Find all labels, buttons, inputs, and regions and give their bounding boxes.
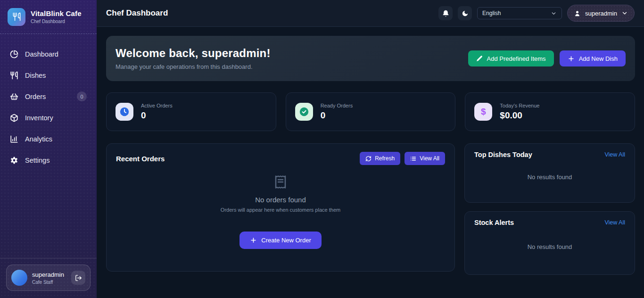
sidebar-item-label: Inventory: [25, 114, 53, 122]
create-new-order-label: Create New Order: [261, 237, 311, 244]
recent-orders-title: Recent Orders: [116, 155, 165, 163]
add-predefined-items-label: Add Predefined Items: [487, 55, 546, 62]
stock-alerts-view-all-link[interactable]: View All: [604, 219, 625, 226]
sidebar-item-label: Settings: [25, 157, 50, 164]
chevron-down-icon: [551, 10, 557, 17]
sidebar-item-dashboard[interactable]: Dashboard: [0, 43, 97, 65]
stat-value: 0: [321, 110, 353, 121]
avatar: [11, 270, 27, 286]
pie-chart-icon: [10, 50, 18, 58]
brand: VitalBlink Cafe Chef Dashboard: [0, 0, 97, 34]
stat-value: 0: [141, 110, 173, 121]
plus-icon: [568, 55, 575, 62]
sidebar-user-card: superadmin Cafe Staff: [6, 265, 91, 291]
recent-orders-actions: Refresh View All: [360, 152, 445, 165]
user-menu-button[interactable]: superadmin: [567, 5, 635, 22]
stat-text: Active Orders 0: [141, 103, 173, 121]
pencil-icon: [476, 55, 483, 62]
check-circle-icon: [295, 103, 313, 121]
topbar-actions: English superadmin: [438, 5, 635, 22]
chevron-down-icon: [621, 10, 628, 17]
add-new-dish-label: Add New Dish: [579, 55, 618, 62]
stat-card-ready-orders: Ready Orders 0: [286, 92, 456, 131]
sidebar-item-label: Dishes: [25, 72, 46, 79]
receipt-icon: [273, 175, 288, 189]
orders-count-badge: 0: [77, 91, 87, 101]
topbar: Chef Dashboard English: [97, 0, 644, 27]
user-name: superadmin: [32, 271, 64, 278]
language-select[interactable]: English: [477, 7, 562, 19]
recent-orders-header: Recent Orders Refresh: [116, 152, 445, 165]
add-predefined-items-button[interactable]: Add Predefined Items: [468, 50, 554, 66]
language-selected-value: English: [482, 10, 501, 17]
moon-icon: [462, 10, 469, 17]
user-role: Cafe Staff: [32, 280, 64, 285]
top-dishes-empty-text: No results found: [474, 158, 625, 195]
stock-alerts-title: Stock Alerts: [474, 219, 514, 226]
stat-card-todays-revenue: $ Today's Revenue $0.00: [465, 92, 635, 131]
plus-icon: [250, 237, 257, 244]
banner-actions: Add Predefined Items Add New Dish: [468, 50, 626, 66]
refresh-label: Refresh: [375, 155, 395, 162]
bar-chart-icon: [10, 135, 18, 143]
view-all-label: View All: [420, 155, 439, 162]
gear-icon: [10, 156, 18, 165]
add-new-dish-button[interactable]: Add New Dish: [560, 50, 626, 66]
create-new-order-button[interactable]: Create New Order: [239, 232, 321, 249]
sidebar-item-dishes[interactable]: Dishes: [0, 65, 97, 86]
orders-empty-title: No orders found: [255, 196, 306, 204]
stat-label: Ready Orders: [321, 103, 353, 108]
welcome-title: Welcome back, superadmin!: [116, 47, 271, 60]
brand-text: VitalBlink Cafe Chef Dashboard: [31, 9, 82, 24]
right-column: Top Dishes Today View All No results fou…: [464, 143, 635, 275]
refresh-button[interactable]: Refresh: [360, 152, 400, 165]
stats-row: Active Orders 0 Ready Orders 0 $: [106, 92, 635, 131]
sidebar-item-settings[interactable]: Settings: [0, 149, 97, 171]
sidebar: VitalBlink Cafe Chef Dashboard Dashboard…: [0, 0, 97, 298]
utensils-icon: [12, 12, 21, 21]
top-dishes-view-all-link[interactable]: View All: [604, 151, 625, 158]
orders-empty-state: No orders found Orders will appear here …: [116, 165, 445, 249]
app-root: VitalBlink Cafe Chef Dashboard Dashboard…: [0, 0, 644, 298]
basket-icon: [10, 92, 18, 101]
stat-text: Ready Orders 0: [321, 103, 353, 121]
logout-icon: [75, 274, 82, 281]
stock-alerts-header: Stock Alerts View All: [474, 219, 625, 226]
brand-subtitle: Chef Dashboard: [31, 19, 82, 24]
list-icon: [410, 156, 416, 162]
sidebar-item-label: Orders: [25, 93, 46, 100]
orders-view-all-button[interactable]: View All: [405, 152, 445, 165]
orders-empty-subtitle: Orders will appear here when customers p…: [221, 207, 340, 213]
brand-name: VitalBlink Cafe: [31, 9, 82, 17]
stat-text: Today's Revenue $0.00: [500, 103, 539, 121]
refresh-icon: [365, 156, 372, 162]
lower-grid: Recent Orders Refresh: [106, 143, 635, 275]
dashboard-content: Welcome back, superadmin! Manage your ca…: [97, 27, 644, 298]
notifications-button[interactable]: [438, 6, 453, 20]
utensils-icon: [10, 71, 18, 80]
stock-alerts-empty-text: No results found: [474, 226, 625, 267]
stat-label: Today's Revenue: [500, 103, 539, 108]
sidebar-item-analytics[interactable]: Analytics: [0, 128, 97, 149]
sidebar-item-inventory[interactable]: Inventory: [0, 107, 97, 128]
sidebar-item-label: Analytics: [25, 135, 52, 143]
sidebar-item-orders[interactable]: Orders 0: [0, 86, 97, 107]
top-dishes-title: Top Dishes Today: [474, 151, 532, 158]
dark-mode-toggle[interactable]: [458, 6, 472, 20]
stat-label: Active Orders: [141, 103, 173, 108]
stat-value: $0.00: [500, 110, 539, 121]
main-area: Chef Dashboard English: [97, 0, 644, 298]
clock-icon: [116, 103, 133, 121]
bell-icon: [442, 10, 449, 17]
boxes-icon: [10, 114, 18, 122]
sidebar-item-label: Dashboard: [25, 50, 58, 58]
welcome-text: Welcome back, superadmin! Manage your ca…: [116, 47, 271, 70]
sidebar-footer: superadmin Cafe Staff: [0, 258, 97, 298]
logout-button[interactable]: [71, 271, 85, 285]
user-info: superadmin Cafe Staff: [32, 271, 64, 285]
welcome-subtitle: Manage your cafe operations from this da…: [116, 63, 271, 70]
stock-alerts-panel: Stock Alerts View All No results found: [464, 211, 635, 275]
page-title: Chef Dashboard: [106, 8, 168, 18]
user-icon: [574, 10, 581, 17]
welcome-banner: Welcome back, superadmin! Manage your ca…: [106, 36, 635, 81]
